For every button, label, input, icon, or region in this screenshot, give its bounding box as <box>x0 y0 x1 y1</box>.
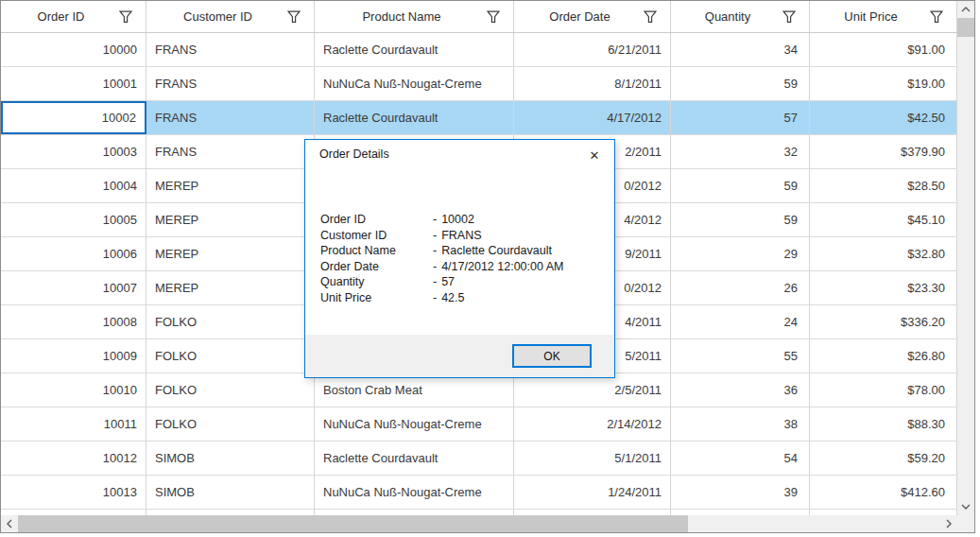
cell-product-name[interactable]: NuNuCa Nuß-Nougat-Creme <box>315 476 514 509</box>
cell-order-date[interactable]: 6/21/2011 <box>514 33 671 66</box>
cell-order-id[interactable]: 10004 <box>1 169 146 202</box>
cell-unit-price[interactable]: $32.80 <box>810 237 957 270</box>
column-header-customer-id[interactable]: Customer ID <box>146 1 315 32</box>
cell-product-name[interactable]: Boston Crab Meat <box>315 373 514 407</box>
dialog-field-value: 42.5 <box>441 290 464 306</box>
cell-unit-price[interactable]: $412.60 <box>810 476 957 509</box>
cell-quantity[interactable]: 59 <box>671 203 810 236</box>
cell-unit-price[interactable]: $379.90 <box>810 135 957 168</box>
cell-product-name[interactable]: Raclette Courdavault <box>315 33 514 66</box>
cell-quantity[interactable]: 54 <box>671 442 810 475</box>
cell-unit-price[interactable]: $42.50 <box>810 101 957 134</box>
cell-quantity[interactable]: 55 <box>671 339 810 372</box>
scroll-left-button[interactable] <box>1 515 18 532</box>
cell-unit-price[interactable]: $45.10 <box>810 203 957 236</box>
scroll-right-button[interactable] <box>940 515 957 532</box>
column-header-order-date[interactable]: Order Date <box>514 1 671 32</box>
cell-order-date[interactable]: 4/17/2012 <box>514 101 671 134</box>
cell-unit-price[interactable]: $28.50 <box>810 169 957 202</box>
column-header-quantity[interactable]: Quantity <box>671 1 810 32</box>
filter-funnel-icon[interactable] <box>287 10 301 24</box>
cell-order-date[interactable]: 8/1/2011 <box>514 67 671 100</box>
cell-product-name[interactable]: Raclette Courdavault <box>315 442 514 475</box>
column-header-order-id[interactable]: Order ID <box>1 1 146 32</box>
cell-order-id[interactable]: 10011 <box>1 407 146 441</box>
grid-header-row: Order IDCustomer IDProduct NameOrder Dat… <box>1 1 957 33</box>
filter-funnel-icon[interactable] <box>782 10 796 24</box>
cell-order-date[interactable]: 2/5/2011 <box>514 373 671 407</box>
cell-quantity[interactable]: 57 <box>671 101 810 134</box>
cell-customer-id[interactable]: FRANS <box>146 33 315 66</box>
filter-funnel-icon[interactable] <box>930 10 943 24</box>
cell-unit-price[interactable]: $336.20 <box>810 305 957 338</box>
cell-customer-id[interactable]: MEREP <box>146 271 315 304</box>
vertical-scrollbar[interactable] <box>957 1 974 515</box>
dialog-field-label: Order ID <box>320 212 433 228</box>
cell-quantity[interactable]: 24 <box>671 305 810 338</box>
scroll-up-button[interactable] <box>957 1 974 18</box>
cell-unit-price[interactable]: $26.80 <box>810 339 957 372</box>
table-row: 10013SIMOBNuNuCa Nuß-Nougat-Creme1/24/20… <box>1 476 957 510</box>
filter-funnel-icon[interactable] <box>644 10 657 24</box>
cell-unit-price[interactable]: $59.20 <box>810 442 957 475</box>
horizontal-scrollbar-thumb[interactable] <box>18 515 688 532</box>
cell-order-id[interactable]: 10002 <box>1 101 146 134</box>
scrollbar-corner <box>957 515 974 532</box>
horizontal-scrollbar[interactable] <box>1 515 957 532</box>
cell-quantity[interactable]: 38 <box>671 407 810 441</box>
cell-customer-id[interactable]: FOLKO <box>146 339 315 372</box>
cell-order-date[interactable]: 5/1/2011 <box>514 442 671 475</box>
cell-quantity[interactable]: 34 <box>671 33 810 66</box>
cell-quantity[interactable]: 39 <box>671 476 810 509</box>
cell-quantity[interactable]: 26 <box>671 271 810 304</box>
cell-product-name[interactable]: Raclette Courdavault <box>315 101 514 134</box>
cell-order-date[interactable]: 1/24/2011 <box>514 476 671 509</box>
cell-customer-id[interactable]: FRANS <box>146 101 315 134</box>
table-row: 10012SIMOBRaclette Courdavault5/1/201154… <box>1 442 957 476</box>
scroll-down-button[interactable] <box>957 498 974 515</box>
cell-quantity[interactable]: 59 <box>671 169 810 202</box>
cell-customer-id[interactable]: MEREP <box>146 169 315 202</box>
filter-funnel-icon[interactable] <box>119 10 132 24</box>
cell-order-date[interactable]: 2/14/2012 <box>514 407 671 441</box>
cell-customer-id[interactable]: FOLKO <box>146 373 315 407</box>
cell-order-id[interactable]: 10009 <box>1 339 146 372</box>
cell-product-name[interactable]: NuNuCa Nuß-Nougat-Creme <box>315 407 514 441</box>
grid-scroll-column <box>957 1 974 532</box>
cell-quantity[interactable]: 32 <box>671 135 810 168</box>
cell-order-id[interactable]: 10007 <box>1 271 146 304</box>
column-header-unit-price[interactable]: Unit Price <box>810 1 957 32</box>
cell-customer-id[interactable]: SIMOB <box>146 442 315 475</box>
cell-customer-id[interactable]: MEREP <box>146 237 315 270</box>
column-header-product-name[interactable]: Product Name <box>315 1 514 32</box>
cell-customer-id[interactable]: SIMOB <box>146 476 315 509</box>
cell-quantity[interactable]: 29 <box>671 237 810 270</box>
cell-quantity[interactable]: 36 <box>671 373 810 407</box>
cell-order-id[interactable]: 10012 <box>1 442 146 475</box>
cell-unit-price[interactable]: $88.30 <box>810 407 957 441</box>
vertical-scrollbar-thumb[interactable] <box>957 18 974 37</box>
cell-product-name[interactable]: NuNuCa Nuß-Nougat-Creme <box>315 67 514 100</box>
cell-customer-id[interactable]: FRANS <box>146 67 315 100</box>
cell-customer-id[interactable]: FOLKO <box>146 305 315 338</box>
ok-button[interactable]: OK <box>512 344 592 368</box>
cell-unit-price[interactable]: $19.00 <box>810 67 957 100</box>
cell-order-id[interactable]: 10001 <box>1 67 146 100</box>
cell-customer-id[interactable]: FOLKO <box>146 407 315 441</box>
filter-funnel-icon[interactable] <box>487 10 500 24</box>
cell-order-id[interactable]: 10008 <box>1 305 146 338</box>
cell-unit-price[interactable]: $78.00 <box>810 373 957 407</box>
cell-customer-id[interactable]: MEREP <box>146 203 315 236</box>
cell-order-id[interactable]: 10000 <box>1 33 146 66</box>
cell-order-id[interactable]: 10013 <box>1 476 146 509</box>
cell-unit-price[interactable]: $91.00 <box>810 33 957 66</box>
cell-quantity[interactable]: 59 <box>671 67 810 100</box>
cell-order-id[interactable]: 10006 <box>1 237 146 270</box>
cell-customer-id[interactable]: FRANS <box>146 135 315 168</box>
close-icon[interactable]: ✕ <box>584 145 605 165</box>
dialog-field-label: Product Name <box>320 243 433 259</box>
cell-order-id[interactable]: 10005 <box>1 203 146 236</box>
cell-order-id[interactable]: 10010 <box>1 373 146 407</box>
cell-unit-price[interactable]: $23.30 <box>810 271 957 304</box>
cell-order-id[interactable]: 10003 <box>1 135 146 168</box>
